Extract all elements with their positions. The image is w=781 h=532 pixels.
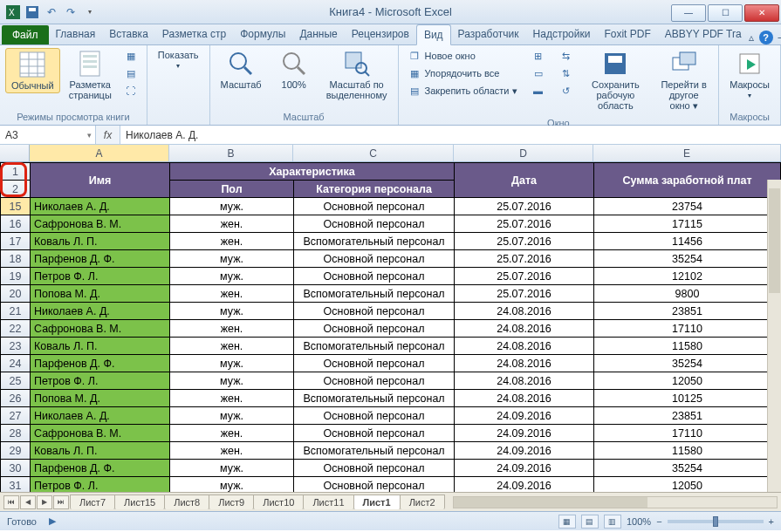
row-header[interactable]: 30 (1, 460, 31, 477)
cell-name[interactable]: Петров Ф. Л. (31, 477, 170, 493)
normal-view-button[interactable]: Обычный (5, 48, 60, 93)
zoom-thumb[interactable] (713, 516, 718, 527)
zoom-to-selection-button[interactable]: Масштаб по выделенному (321, 48, 393, 102)
cell-date[interactable]: 25.07.2016 (455, 250, 594, 268)
cell-date[interactable]: 24.09.2016 (455, 442, 594, 460)
cell-gender[interactable]: жен. (170, 442, 294, 460)
help-icon[interactable]: ? (759, 31, 773, 44)
sheet-tab[interactable]: Лист10 (253, 494, 304, 509)
sheet-tab[interactable]: Лист11 (303, 494, 353, 509)
cell-gender[interactable]: муж. (170, 303, 294, 320)
cell-salary[interactable]: 23754 (594, 198, 781, 215)
minimize-button[interactable]: — (671, 4, 706, 22)
cell-category[interactable]: Вспомогательный персонал (294, 233, 455, 250)
cell-gender[interactable]: муж. (170, 250, 294, 268)
cell-name[interactable]: Попова М. Д. (31, 390, 170, 407)
row-header[interactable]: 31 (1, 477, 31, 493)
cell-salary[interactable]: 17115 (594, 215, 781, 233)
row-header[interactable]: 28 (1, 425, 31, 442)
qat-dropdown-icon[interactable]: ▾ (82, 4, 98, 20)
cell-date[interactable]: 24.09.2016 (455, 425, 594, 442)
fx-button[interactable]: fx (96, 126, 120, 144)
cell-category[interactable]: Основной персонал (294, 215, 455, 233)
col-header-E[interactable]: E (593, 145, 781, 161)
cell-salary[interactable]: 10125 (594, 390, 781, 407)
row-header[interactable]: 15 (1, 198, 31, 215)
row-header[interactable]: 24 (1, 355, 31, 372)
cell-salary[interactable]: 12050 (594, 477, 781, 493)
row-header[interactable]: 1 (1, 163, 31, 181)
split-button[interactable]: ⊞ (528, 48, 549, 64)
row-header[interactable]: 18 (1, 250, 31, 268)
close-button[interactable]: ✕ (744, 4, 779, 22)
cell-name[interactable]: Попова М. Д. (31, 285, 170, 303)
cell-name[interactable]: Николаев А. Д. (31, 303, 170, 320)
cell-category[interactable]: Основной персонал (294, 460, 455, 477)
ribbon-tab[interactable]: ABBYY PDF Tra (658, 24, 749, 44)
ribbon-tab[interactable]: Формулы (233, 24, 292, 44)
cell-date[interactable]: 24.08.2016 (455, 320, 594, 338)
header-category[interactable]: Категория персонала (294, 181, 455, 198)
col-header-C[interactable]: C (293, 145, 454, 161)
cell-salary[interactable]: 23851 (594, 407, 781, 425)
col-header-A[interactable]: A (30, 145, 169, 161)
cell-category[interactable]: Основной персонал (294, 268, 455, 285)
ribbon-tab[interactable]: Данные (292, 24, 344, 44)
header-date[interactable]: Дата (455, 163, 594, 198)
save-icon[interactable] (24, 4, 40, 20)
cell-salary[interactable]: 11580 (594, 442, 781, 460)
cell-name[interactable]: Сафронова В. М. (31, 425, 170, 442)
tab-nav-next[interactable]: ▶ (37, 495, 52, 509)
cell-date[interactable]: 25.07.2016 (455, 233, 594, 250)
zoom-percent[interactable]: 100% (627, 516, 651, 527)
select-all-corner[interactable] (0, 145, 30, 161)
cell-name[interactable]: Сафронова В. М. (31, 320, 170, 338)
cell-date[interactable]: 24.09.2016 (455, 460, 594, 477)
redo-icon[interactable]: ↷ (63, 4, 79, 20)
cell-gender[interactable]: жен. (170, 390, 294, 407)
cell-salary[interactable]: 12102 (594, 268, 781, 285)
row-header[interactable]: 21 (1, 303, 31, 320)
cell-gender[interactable]: муж. (170, 268, 294, 285)
show-dropdown-button[interactable]: Показать ▾ (153, 48, 204, 72)
cell-date[interactable]: 24.08.2016 (455, 372, 594, 390)
cell-salary[interactable]: 35254 (594, 355, 781, 372)
row-header[interactable]: 27 (1, 407, 31, 425)
page-layout-button[interactable]: Разметка страницы (64, 48, 117, 102)
cell-name[interactable]: Сафронова В. М. (31, 215, 170, 233)
cell-gender[interactable]: жен. (170, 285, 294, 303)
cell-category[interactable]: Основной персонал (294, 425, 455, 442)
cell-category[interactable]: Основной персонал (294, 372, 455, 390)
row-header[interactable]: 19 (1, 268, 31, 285)
row-header[interactable]: 16 (1, 215, 31, 233)
cell-name[interactable]: Николаев А. Д. (31, 198, 170, 215)
row-header[interactable]: 25 (1, 372, 31, 390)
cell-gender[interactable]: муж. (170, 372, 294, 390)
cell-category[interactable]: Вспомогательный персонал (294, 338, 455, 355)
zoom-slider[interactable] (668, 520, 764, 523)
cell-category[interactable]: Основной персонал (294, 303, 455, 320)
horizontal-scrollbar[interactable] (453, 496, 778, 508)
cell-category[interactable]: Основной персонал (294, 355, 455, 372)
cell-name[interactable]: Парфенов Д. Ф. (31, 355, 170, 372)
cell-name[interactable]: Парфенов Д. Ф. (31, 460, 170, 477)
zoom-button[interactable]: Масштаб (216, 48, 267, 92)
cell-date[interactable]: 25.07.2016 (455, 285, 594, 303)
cell-date[interactable]: 24.09.2016 (455, 477, 594, 493)
cell-category[interactable]: Основной персонал (294, 320, 455, 338)
cell-name[interactable]: Петров Ф. Л. (31, 268, 170, 285)
cell-category[interactable]: Вспомогательный персонал (294, 390, 455, 407)
row-header[interactable]: 17 (1, 233, 31, 250)
custom-views-button[interactable]: ▤ (120, 65, 141, 81)
cell-name[interactable]: Коваль Л. П. (31, 233, 170, 250)
cell-salary[interactable]: 11456 (594, 233, 781, 250)
ribbon-tab[interactable]: Разработчик (451, 24, 526, 44)
ribbon-tab[interactable]: Главная (49, 24, 103, 44)
col-header-B[interactable]: B (169, 145, 293, 161)
ribbon-tab[interactable]: Разметка стр (155, 24, 233, 44)
cell-salary[interactable]: 23851 (594, 303, 781, 320)
header-name[interactable]: Имя (31, 163, 170, 198)
cell-date[interactable]: 24.08.2016 (455, 355, 594, 372)
cell-date[interactable]: 24.08.2016 (455, 390, 594, 407)
cell-name[interactable]: Парфенов Д. Ф. (31, 250, 170, 268)
